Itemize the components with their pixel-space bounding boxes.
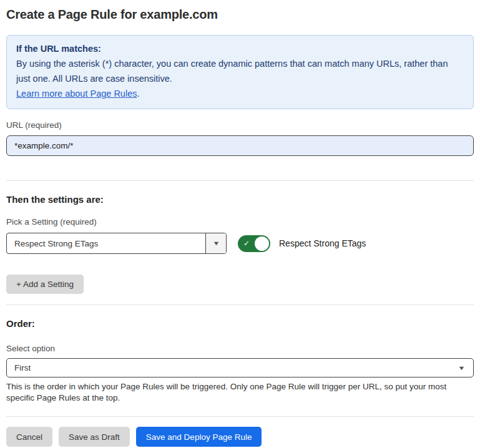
info-box-link-line: Learn more about Page Rules. [16,86,464,101]
setting-toggle-label: Respect Strong ETags [279,238,366,248]
url-label: URL (required) [6,120,474,130]
chevron-down-icon: ▼ [458,365,465,371]
chevron-down-icon: ▼ [212,241,220,246]
url-input[interactable] [6,135,474,156]
divider [6,416,474,417]
add-setting-button[interactable]: + Add a Setting [6,275,84,294]
setting-select[interactable]: Respect Strong ETags ▼ [6,233,227,254]
link-suffix: . [137,89,139,99]
toggle-knob [255,236,269,251]
pick-setting-label: Pick a Setting (required) [6,217,474,226]
check-icon: ✓ [243,240,250,247]
order-select-value: First [14,363,31,373]
setting-select-value: Respect Strong ETags [7,233,205,253]
order-select[interactable]: First ▼ [6,358,474,377]
divider [6,304,474,305]
cancel-button[interactable]: Cancel [6,427,52,447]
save-draft-button[interactable]: Save as Draft [59,427,130,447]
url-match-info-box: If the URL matches: By using the asteris… [6,35,474,109]
order-section-heading: Order: [6,318,474,329]
info-box-heading: If the URL matches: [16,41,464,56]
footer-button-row: Cancel Save as Draft Save and Deploy Pag… [6,427,474,447]
save-deploy-button[interactable]: Save and Deploy Page Rule [136,427,262,447]
setting-select-caret-button[interactable]: ▼ [205,233,226,253]
info-box-body: By using the asterisk (*) character, you… [16,56,464,86]
setting-toggle[interactable]: ✓ [238,235,270,252]
learn-more-link[interactable]: Learn more about Page Rules [16,89,137,99]
page-title: Create a Page Rule for example.com [6,7,474,22]
settings-section-heading: Then the settings are: [6,194,474,205]
setting-row: Respect Strong ETags ▼ ✓ Respect Strong … [6,233,474,254]
order-help-text: This is the order in which your Page Rul… [6,381,474,403]
page-rule-form: Create a Page Rule for example.com If th… [0,7,480,447]
order-select-label: Select option [6,344,474,353]
divider [6,180,474,181]
